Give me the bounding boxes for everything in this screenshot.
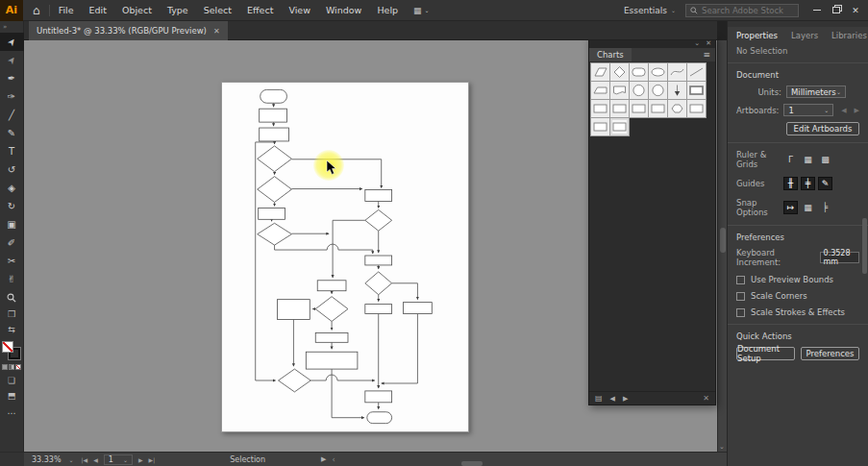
flowchart-artwork[interactable]	[222, 83, 468, 431]
zoom-tool[interactable]	[0, 288, 24, 307]
flowchart-connector[interactable]	[392, 283, 418, 300]
workspace-switcher[interactable]: Essentials ⌄	[624, 6, 676, 15]
pen-tool[interactable]: ✒	[0, 69, 24, 87]
chart-thumbnail-rect[interactable]	[609, 99, 630, 118]
flowchart-shape-rect[interactable]	[365, 391, 392, 403]
type-tool[interactable]: T	[0, 142, 24, 160]
arrange-documents-button[interactable]: ▦ ⌄	[413, 6, 430, 15]
none-mode-button[interactable]	[15, 364, 21, 370]
more-tools-button[interactable]: ⋯	[0, 405, 24, 421]
previous-icon[interactable]: ◀	[610, 395, 615, 403]
next-icon[interactable]: ▶	[623, 395, 628, 403]
rectangle-tool[interactable]: ▣	[0, 215, 24, 233]
snap-to-pixel-icon[interactable]: ╞	[818, 201, 832, 214]
direct-selection-tool[interactable]: ➤	[0, 51, 24, 69]
vertical-scrollbar[interactable]: ⌄	[717, 40, 727, 452]
selection-tool[interactable]: ➤	[0, 33, 24, 51]
vertical-scrollbar-thumb[interactable]	[720, 228, 726, 253]
paintbrush-tool[interactable]: ✎	[0, 124, 24, 142]
symbol-library-icon[interactable]: ▤	[595, 394, 603, 403]
menu-help[interactable]: Help	[377, 5, 398, 15]
chart-thumbnail-oval[interactable]	[648, 62, 668, 82]
document-tab[interactable]: Untitled-3* @ 33.33% (RGB/GPU Preview) ✕	[29, 21, 228, 40]
chart-thumbnail-line[interactable]	[686, 62, 707, 82]
edit-artboards-button[interactable]: Edit Artboards	[786, 122, 859, 135]
grid-icon[interactable]: ▦	[801, 153, 815, 166]
dock-scrollbar-thumb[interactable]	[862, 218, 867, 274]
chart-thumbnail-rect[interactable]	[590, 117, 610, 136]
chart-thumbnail-parallelogram[interactable]	[590, 62, 610, 82]
flowchart-connector[interactable]	[310, 375, 374, 380]
line-segment-tool[interactable]: ╱	[0, 106, 24, 124]
chart-thumbnail-hexagon[interactable]	[667, 99, 687, 118]
flowchart-shape-rect[interactable]	[306, 352, 358, 369]
flowchart-shape-rect[interactable]	[278, 300, 310, 320]
snap-to-point-icon[interactable]: ↦	[783, 201, 798, 214]
hand-tool[interactable]: ✌	[0, 270, 24, 288]
smart-guides-icon[interactable]: ✎	[818, 177, 832, 190]
flowchart-shape-rect[interactable]	[365, 256, 392, 265]
flowchart-shape-diamond[interactable]	[279, 369, 311, 392]
chart-thumbnail-trapezoid[interactable]	[590, 81, 610, 100]
zoom-level-dropdown[interactable]: 33.33% ⌄	[24, 455, 82, 464]
chart-thumbnail-rect-bold[interactable]	[686, 81, 707, 100]
horizontal-scrollbar-thumb[interactable]	[461, 461, 483, 466]
artboard-tool[interactable]: ❒	[0, 307, 24, 322]
menu-file[interactable]: File	[59, 5, 74, 15]
flowchart-shape-stadium[interactable]	[260, 89, 287, 103]
flowchart-shape-rect[interactable]	[315, 332, 348, 342]
draw-mode-button[interactable]: ❏	[0, 373, 24, 388]
flowchart-shape-diamond[interactable]	[365, 209, 392, 231]
menu-edit[interactable]: Edit	[89, 5, 107, 15]
chart-thumbnail-circle[interactable]	[629, 81, 649, 100]
chart-thumbnail-rect[interactable]	[590, 99, 610, 118]
chart-thumbnail-rect-selected[interactable]	[609, 117, 630, 136]
menu-view[interactable]: View	[288, 5, 310, 15]
keyboard-increment-input[interactable]: 0.3528 mm	[820, 252, 859, 263]
menu-object[interactable]: Object	[122, 5, 152, 15]
panel-resize-icon[interactable]: ✕	[703, 394, 709, 403]
eraser-tool[interactable]: ◈	[0, 179, 24, 197]
pixel-grid-icon[interactable]: ▩	[818, 153, 832, 166]
flowchart-shape-rect[interactable]	[260, 109, 287, 122]
chart-thumbnail-document[interactable]	[609, 81, 630, 100]
chart-thumbnail-arrow-down[interactable]	[667, 81, 687, 100]
chart-thumbnail-diamond[interactable]	[609, 62, 630, 82]
fill-stroke-swatches[interactable]	[2, 341, 21, 360]
chart-thumbnail-rect[interactable]	[629, 99, 649, 118]
tab-properties[interactable]: Properties	[736, 31, 778, 40]
chart-thumbnail-circle[interactable]	[648, 81, 668, 100]
curvature-tool[interactable]: ✑	[0, 87, 24, 106]
flowchart-shape-stadium[interactable]	[367, 412, 392, 424]
scroll-down-icon[interactable]: ⌄	[719, 443, 725, 451]
menu-select[interactable]: Select	[204, 5, 232, 15]
checkbox-scale-strokes-effects[interactable]	[736, 308, 745, 317]
menu-effect[interactable]: Effect	[247, 5, 273, 15]
tab-libraries[interactable]: Libraries	[831, 31, 867, 40]
screen-mode-button[interactable]: ⬒	[0, 388, 24, 404]
chart-thumbnail-rect[interactable]	[686, 99, 707, 118]
last-artboard-icon[interactable]: ▶|	[149, 456, 156, 463]
flowchart-connector[interactable]	[291, 159, 381, 188]
panel-menu-icon[interactable]: ≡	[703, 50, 715, 60]
units-dropdown[interactable]: Millimeters ⌄	[786, 86, 846, 98]
menu-type[interactable]: Type	[167, 5, 188, 15]
flowchart-shape-rect[interactable]	[404, 303, 433, 314]
menu-window[interactable]: Window	[326, 5, 361, 15]
preferences-button[interactable]: Preferences	[801, 347, 859, 360]
flowchart-shape-rect[interactable]	[259, 208, 285, 219]
artboard[interactable]	[221, 82, 469, 432]
flowchart-connector[interactable]	[333, 220, 365, 278]
charts-panel-tab[interactable]: Charts	[589, 48, 632, 61]
flowchart-shape-rect[interactable]	[260, 128, 289, 141]
gradient-mode-button[interactable]	[9, 364, 14, 370]
show-guides-icon[interactable]: ╫	[783, 177, 798, 190]
flowchart-shape-diamond[interactable]	[258, 177, 292, 203]
close-button[interactable]: ✕	[847, 3, 864, 18]
checkbox-use-preview-bounds[interactable]	[736, 276, 745, 284]
chart-thumbnail-rect[interactable]	[648, 99, 668, 118]
checkbox-scale-corners[interactable]	[736, 292, 745, 301]
free-transform-tool[interactable]: ↻	[0, 197, 24, 215]
minimize-button[interactable]	[808, 3, 826, 18]
lock-guides-icon[interactable]: ╪	[801, 177, 815, 190]
